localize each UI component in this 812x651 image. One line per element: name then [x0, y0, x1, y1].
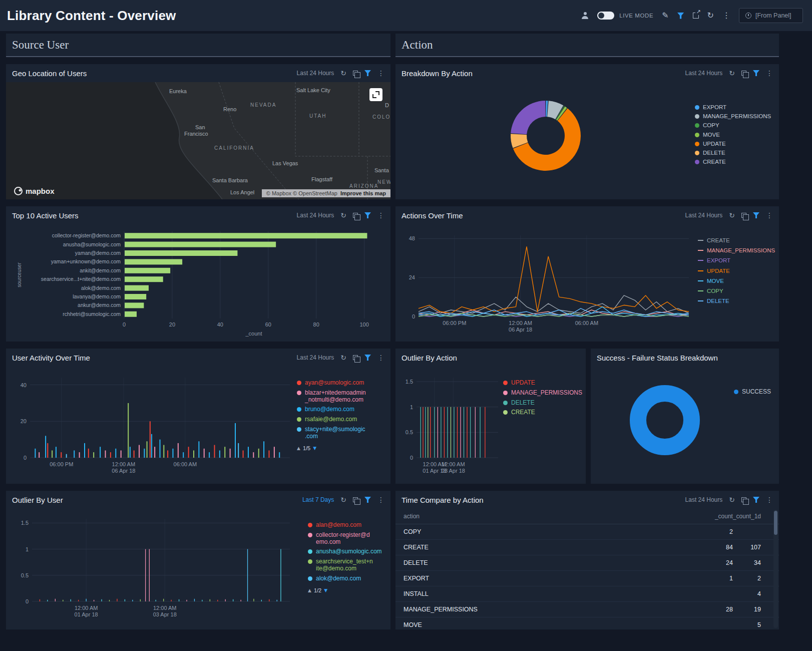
legend-item[interactable]: alok@demo.com	[308, 575, 390, 582]
svg-text:1: 1	[26, 546, 29, 552]
legend-item[interactable]: anusha@sumologic.com	[308, 548, 390, 555]
filter-icon[interactable]	[364, 355, 371, 361]
legend-item[interactable]: MOVE	[695, 132, 779, 138]
legend-item[interactable]: rsafaie@demo.com	[297, 416, 390, 423]
improve-map-link[interactable]: Improve this map	[340, 190, 386, 196]
filter-icon[interactable]	[753, 212, 759, 218]
legend-item[interactable]: blazar+nitedemoadmin_notmulti@demo.com	[297, 390, 390, 404]
svg-text:48: 48	[409, 235, 415, 241]
copy-icon[interactable]	[353, 497, 358, 502]
legend-label: DELETE	[703, 150, 725, 156]
refresh-icon[interactable]: ↻	[340, 70, 346, 77]
map-label: Santa Barbara	[212, 177, 248, 183]
map-attribution[interactable]: © Mapbox © OpenStreetMap Improve this ma…	[262, 189, 390, 197]
from-panel-selector[interactable]: [From Panel]	[739, 8, 803, 23]
kebab-menu-icon[interactable]: ⋮	[377, 70, 384, 77]
copy-icon[interactable]	[741, 71, 746, 76]
filter-icon[interactable]	[753, 497, 759, 503]
refresh-icon[interactable]: ↻	[340, 212, 346, 219]
legend-item[interactable]: MOVE	[698, 278, 779, 284]
panel-time-compare: Time Compare by Action Last 24 Hours ↻ ⋮…	[395, 491, 779, 629]
mapbox-logo[interactable]: mapbox	[14, 187, 55, 195]
column-action: Action Breakdown By Action Last 24 Hours…	[395, 34, 779, 629]
legend-item[interactable]: UPDATE	[698, 268, 779, 274]
kebab-menu-icon[interactable]: ⋮	[766, 212, 773, 219]
refresh-icon[interactable]: ↻	[707, 12, 714, 20]
legend-page-up[interactable]: ▲	[308, 588, 311, 593]
refresh-icon[interactable]: ↻	[729, 70, 735, 77]
legend-label: collector-register@d	[316, 532, 370, 539]
time-range[interactable]: Last 24 Hours	[297, 212, 334, 219]
kebab-menu-icon[interactable]: ⋮	[377, 496, 384, 503]
legend-item[interactable]: CREATE	[698, 237, 779, 244]
copy-icon[interactable]	[353, 71, 358, 76]
refresh-icon[interactable]: ↻	[729, 212, 735, 219]
kebab-menu-icon[interactable]: ⋮	[377, 212, 384, 219]
legend-item[interactable]: DELETE	[698, 298, 779, 304]
legend-item[interactable]: DELETE	[503, 400, 586, 407]
time-range[interactable]: Last 7 Days	[302, 496, 334, 503]
kebab-menu-icon[interactable]: ⋮	[766, 70, 773, 77]
copy-icon[interactable]	[353, 213, 358, 218]
legend-page-down[interactable]: ▼	[313, 446, 316, 451]
legend-item[interactable]: COPY	[695, 122, 779, 129]
legend-item[interactable]: bruno@demo.com	[297, 406, 390, 413]
legend-item[interactable]: UPDATE	[695, 141, 779, 147]
time-range[interactable]: Last 24 Hours	[297, 70, 334, 77]
legend-label: MOVE	[703, 132, 720, 138]
legend-item[interactable]: searchservice_test+nite@demo.com	[308, 558, 390, 572]
kebab-menu-icon[interactable]: ⋮	[377, 354, 384, 361]
attribution-text: © Mapbox © OpenStreetMap	[266, 190, 337, 196]
column-header[interactable]: _count	[698, 509, 733, 524]
legend-item[interactable]: CREATE	[695, 159, 779, 165]
legend-item[interactable]: DELETE	[695, 150, 779, 156]
legend-label: alok@demo.com	[316, 575, 361, 582]
edit-pencil-icon[interactable]: ✎	[662, 12, 668, 20]
refresh-icon[interactable]: ↻	[340, 354, 346, 361]
table-scrollbar[interactable]	[773, 510, 778, 628]
copy-icon[interactable]	[741, 497, 746, 502]
expand-icon[interactable]	[369, 88, 382, 101]
kebab-menu-icon[interactable]: ⋮	[766, 496, 773, 503]
filter-icon[interactable]	[364, 212, 371, 218]
column-source-user: Source User Geo Location of Users Last 2…	[6, 34, 390, 629]
column-header[interactable]: _count_1d	[733, 509, 779, 524]
legend-item[interactable]: MANAGE_PERMISSIONS	[503, 390, 586, 397]
legend-item[interactable]: EXPORT	[698, 257, 779, 264]
legend-item[interactable]: MANAGE_PERMISSIONS	[695, 113, 779, 120]
column-header[interactable]: action	[395, 509, 698, 524]
legend-page-down[interactable]: ▼	[324, 588, 327, 593]
legend-marker	[695, 160, 699, 164]
legend-item[interactable]: UPDATE	[503, 380, 586, 387]
filter-icon[interactable]	[753, 70, 759, 76]
legend-item[interactable]: COPY	[698, 288, 779, 294]
refresh-icon[interactable]: ↻	[340, 496, 346, 503]
legend-item[interactable]: MANAGE_PERMISSIONS	[698, 247, 779, 254]
live-mode-toggle[interactable]	[597, 12, 614, 20]
user-icon[interactable]	[581, 12, 589, 19]
time-range[interactable]: Last 24 Hours	[297, 354, 334, 361]
share-icon[interactable]	[693, 13, 699, 19]
panel-title: Outlier By User	[12, 496, 63, 504]
filter-icon[interactable]	[364, 70, 371, 76]
filter-icon[interactable]	[364, 497, 371, 503]
legend-item[interactable]: ayan@sumologic.com	[297, 380, 390, 387]
legend-page-up[interactable]: ▲	[297, 446, 300, 451]
filter-icon[interactable]	[677, 13, 684, 19]
legend-item[interactable]: CREATE	[503, 409, 586, 416]
copy-icon[interactable]	[353, 355, 358, 360]
legend-item[interactable]: SUCCESS	[734, 389, 779, 396]
legend-item[interactable]: EXPORT	[695, 104, 779, 111]
legend-item[interactable]: alan@demo.com	[308, 522, 390, 529]
refresh-icon[interactable]: ↻	[729, 496, 735, 503]
time-range[interactable]: Last 24 Hours	[685, 70, 723, 77]
legend-item[interactable]: stacy+nite@sumologic.com	[297, 426, 390, 440]
time-range[interactable]: Last 24 Hours	[685, 496, 723, 503]
time-range[interactable]: Last 24 Hours	[685, 212, 723, 219]
map[interactable]: EurekaSalt Lake CityRenoNEVADAUTAHDCOLOR…	[6, 82, 390, 199]
legend-item[interactable]: collector-register@demo.com	[308, 532, 390, 546]
copy-icon[interactable]	[741, 213, 746, 218]
kebab-menu-icon[interactable]: ⋮	[722, 12, 730, 20]
svg-text:rchhetri@sumologic.com: rchhetri@sumologic.com	[63, 311, 121, 317]
legend-label: SUCCESS	[742, 389, 771, 396]
